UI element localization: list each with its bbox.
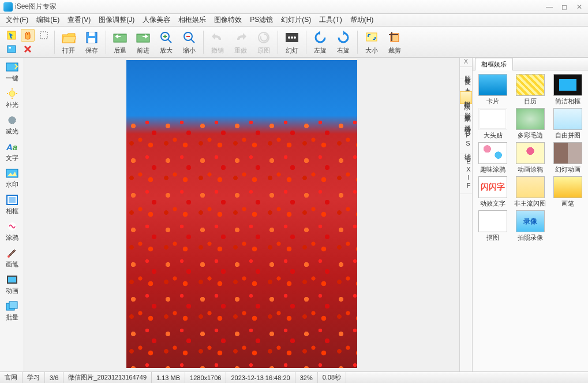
thumb-slide-anim[interactable]: 幻灯动画	[550, 142, 585, 174]
app-title: iSee图片专家	[15, 2, 544, 12]
thumb-simple-frame[interactable]: 简洁相框	[550, 74, 585, 106]
lb-onekey[interactable]: 一键	[1, 59, 23, 85]
menu-file[interactable]: 文件(F)	[2, 14, 32, 26]
right-panel-tabs: 相框娱乐	[473, 58, 588, 70]
right-panel: 相框娱乐 卡片 日历 简洁相框 大头贴 多彩毛边 自由拼图 趣味涂鸦 动画涂鸦 …	[473, 58, 588, 371]
cat-ps-filter[interactable]: PS滤镜	[460, 128, 472, 154]
zoom-out-button[interactable]: 缩小	[178, 28, 201, 56]
svg-rect-39	[9, 302, 17, 308]
lb-batch[interactable]: 批量	[1, 298, 23, 325]
svg-rect-6	[88, 38, 95, 43]
canvas[interactable]	[24, 58, 460, 371]
status-zoom: 32%	[295, 372, 318, 383]
svg-point-24	[9, 91, 15, 96]
menu-edit[interactable]: 编辑(E)	[33, 14, 63, 26]
cursor-tool-icon[interactable]	[5, 29, 18, 42]
menu-help[interactable]: 帮助(H)	[347, 14, 377, 26]
thumb-anim-doodle[interactable]: 动画涂鸦	[514, 142, 548, 174]
thumb-calendar[interactable]: 日历	[514, 74, 548, 106]
cat-exif[interactable]: EXIF	[460, 154, 472, 194]
thumb-sticker[interactable]: 大头贴	[476, 108, 510, 140]
thumb-flash[interactable]: 非主流闪图	[514, 176, 548, 208]
svg-line-14	[191, 39, 194, 43]
browse-tool-icon[interactable]	[5, 43, 18, 55]
svg-line-10	[168, 39, 171, 43]
menu-view[interactable]: 查看(V)	[64, 14, 94, 26]
undo-button[interactable]: 撤销	[206, 28, 229, 56]
menu-tools[interactable]: 工具(T)	[316, 14, 345, 26]
thumb-motion-text[interactable]: 闪闪字动效文字	[476, 176, 510, 208]
status-site[interactable]: 官网	[0, 372, 23, 383]
svg-rect-7	[114, 34, 126, 42]
thumb-free-collage[interactable]: 自由拼图	[550, 108, 585, 140]
menu-portrait[interactable]: 人像美容	[139, 14, 174, 26]
cat-studio[interactable]: 影楼效果	[460, 104, 472, 116]
svg-rect-37	[8, 277, 16, 282]
maximize-button[interactable]: ◻	[559, 3, 570, 11]
photo-preview	[126, 60, 357, 368]
status-bar: 官网 学习 3/6 微信图片_20231213164749 1.13 MB 12…	[0, 371, 588, 383]
back-button[interactable]: 后退	[108, 28, 132, 56]
main-area: 一键 补光 减光 Aa文字 水印 相框 涂鸦 画笔 动画 批量 X 照片修复 人…	[0, 58, 588, 371]
lb-doodle[interactable]: 涂鸦	[1, 218, 23, 245]
title-bar: iSee图片专家 — ◻ ✕	[0, 0, 588, 14]
svg-point-18	[288, 36, 290, 39]
status-loadtime: 0.08秒	[318, 372, 346, 383]
zoom-in-button[interactable]: 放大	[155, 28, 178, 56]
lb-text[interactable]: Aa文字	[1, 139, 23, 165]
crop-button[interactable]: 裁剪	[383, 28, 406, 56]
rotate-left-button[interactable]: 左旋	[309, 28, 332, 56]
minimize-button[interactable]: —	[544, 3, 555, 11]
status-dimensions: 1280x1706	[185, 372, 226, 383]
svg-point-20	[294, 36, 296, 39]
left-toolbar: 一键 补光 减光 Aa文字 水印 相框 涂鸦 画笔 动画 批量	[0, 58, 24, 371]
status-study[interactable]: 学习	[23, 372, 45, 383]
menu-effects[interactable]: 图像特效	[211, 14, 245, 26]
svg-rect-1	[8, 46, 16, 53]
cat-portrait[interactable]: 人像美容	[460, 79, 472, 91]
lb-watermark[interactable]: 水印	[1, 165, 23, 192]
close-button[interactable]: ✕	[574, 3, 585, 11]
delete-tool-icon[interactable]	[21, 43, 35, 55]
menu-ps-filter[interactable]: PS滤镜	[246, 14, 276, 26]
right-tab-active[interactable]: 相框娱乐	[475, 58, 513, 70]
lb-animation[interactable]: 动画	[1, 272, 23, 298]
status-filename: 微信图片_20231213164749	[63, 372, 152, 383]
thumb-brush[interactable]: 画笔	[550, 176, 585, 208]
lb-reduce-light[interactable]: 减光	[1, 112, 23, 139]
lb-brush[interactable]: 画笔	[1, 245, 23, 272]
hand-tool-icon[interactable]	[21, 29, 35, 42]
slideshow-button[interactable]: 幻灯	[280, 28, 304, 56]
status-filesize: 1.13 MB	[152, 372, 185, 383]
rotate-right-button[interactable]: 右旋	[332, 28, 355, 56]
menu-slideshow[interactable]: 幻灯片(S)	[278, 14, 314, 26]
thumb-card[interactable]: 卡片	[476, 74, 510, 106]
forward-button[interactable]: 前进	[132, 28, 155, 56]
open-button[interactable]: 打开	[57, 28, 80, 56]
cat-style[interactable]: 风格特效	[460, 116, 472, 128]
svg-rect-8	[137, 34, 149, 42]
svg-rect-33	[9, 197, 16, 203]
menu-bar: 文件(F) 编辑(E) 查看(V) 图像调整(J) 人像美容 相框娱乐 图像特效…	[0, 14, 588, 27]
svg-rect-5	[89, 32, 95, 36]
toolbar: 打开 保存 后退 前进 放大 缩小 撤销 重做 原图 幻灯 左旋 右旋 大小 裁…	[0, 27, 588, 58]
spacer	[37, 43, 51, 55]
thumb-cutout[interactable]: 抠图	[476, 210, 510, 242]
redo-button[interactable]: 重做	[229, 28, 252, 56]
category-close-icon[interactable]: X	[460, 58, 472, 67]
thumb-fun-doodle[interactable]: 趣味涂鸦	[476, 142, 510, 174]
svg-rect-3	[40, 32, 47, 39]
original-button[interactable]: 原图	[252, 28, 275, 56]
thumbnail-grid: 卡片 日历 简洁相框 大头贴 多彩毛边 自由拼图 趣味涂鸦 动画涂鸦 幻灯动画 …	[473, 70, 588, 246]
lb-fill-light[interactable]: 补光	[1, 85, 23, 112]
cat-frame-fun[interactable]: 相框娱乐	[460, 91, 472, 104]
thumb-record[interactable]: 录像拍照录像	[514, 210, 548, 242]
cat-photo-repair[interactable]: 照片修复	[460, 67, 472, 79]
menu-image-adjust[interactable]: 图像调整(J)	[95, 14, 138, 26]
save-button[interactable]: 保存	[80, 28, 103, 56]
thumb-color-edge[interactable]: 多彩毛边	[514, 108, 548, 140]
size-button[interactable]: 大小	[360, 28, 383, 56]
lb-frame[interactable]: 相框	[1, 192, 23, 218]
menu-frame[interactable]: 相框娱乐	[175, 14, 209, 26]
marquee-tool-icon[interactable]	[37, 29, 51, 42]
